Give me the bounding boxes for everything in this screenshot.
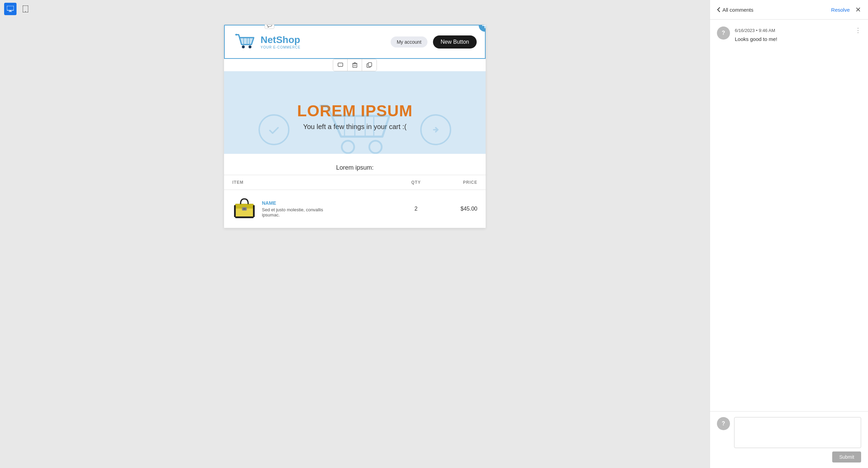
comment-more-button[interactable]: ⋮ <box>855 26 861 34</box>
hero-check-circle <box>258 114 289 145</box>
resolve-button[interactable]: Resolve <box>831 7 850 13</box>
col-item-header: ITEM <box>224 175 396 190</box>
input-user-avatar: ? <box>717 417 730 430</box>
hero-section: LOREM IPSUM You left a few things in you… <box>224 71 486 154</box>
product-description: Sed et justo molestie, convallis ipsumac… <box>262 207 331 217</box>
device-toolbar <box>0 0 710 18</box>
col-price-header: PRICE <box>436 175 486 190</box>
product-price: $45.00 <box>436 190 486 228</box>
tablet-device-btn[interactable] <box>19 3 32 15</box>
items-table: ITEM QTY PRICE <box>224 175 486 228</box>
svg-point-9 <box>248 45 251 48</box>
hero-cart-decoration <box>317 102 393 154</box>
comments-header-actions: Resolve ✕ <box>831 6 861 14</box>
svg-rect-32 <box>253 205 255 217</box>
logo-area: NetShop YOUR E-COMMERCE <box>233 32 300 51</box>
svg-point-4 <box>25 11 26 12</box>
header-actions: My account New Button <box>391 35 477 49</box>
comment-textarea[interactable] <box>734 417 861 448</box>
comments-panel: All comments Resolve ✕ ? 6/16/2023 • 9:4… <box>710 0 868 468</box>
product-qty: 2 <box>396 190 436 228</box>
logo-tagline: YOUR E-COMMERCE <box>261 45 300 49</box>
table-row: NAME Sed et justo molestie, convallis ip… <box>224 190 486 228</box>
svg-rect-20 <box>368 63 372 66</box>
svg-point-26 <box>369 141 382 153</box>
comment-avatar: ? <box>717 26 730 40</box>
comments-body: ? 6/16/2023 • 9:46 AM ⋮ Looks good to me… <box>710 20 868 411</box>
svg-rect-2 <box>9 11 12 12</box>
product-image <box>232 197 256 221</box>
lorem-section: Lorem ipsum: <box>224 154 486 175</box>
logo-name: NetShop <box>261 34 300 45</box>
comment-bubble-btn[interactable]: 💬 <box>265 25 274 29</box>
element-toolbar <box>333 59 377 71</box>
svg-point-10 <box>235 34 237 35</box>
comment-element-btn[interactable] <box>333 59 348 71</box>
product-name: NAME <box>262 200 331 206</box>
back-chevron-icon <box>717 7 720 12</box>
add-element-button[interactable] <box>479 25 486 32</box>
my-account-button[interactable]: My account <box>391 36 428 47</box>
comment-content: 6/16/2023 • 9:46 AM ⋮ Looks good to me! <box>735 26 861 42</box>
comment-date: 6/16/2023 • 9:46 AM <box>735 28 775 33</box>
hero-arrow-circle <box>420 114 451 145</box>
comment-input-wrapper: Submit <box>734 417 861 462</box>
delete-element-btn[interactable] <box>348 59 362 71</box>
back-to-all-comments[interactable]: All comments <box>717 7 753 13</box>
email-header: 💬 <box>224 25 486 59</box>
comment-text: Looks good to me! <box>735 36 861 42</box>
logo-cart-icon <box>233 32 257 51</box>
svg-rect-31 <box>234 205 236 217</box>
close-comments-button[interactable]: ✕ <box>855 6 861 14</box>
svg-rect-1 <box>9 10 11 11</box>
product-cell: NAME Sed et justo molestie, convallis ip… <box>224 190 396 228</box>
submit-comment-button[interactable]: Submit <box>832 451 861 462</box>
comment-item: ? 6/16/2023 • 9:46 AM ⋮ Looks good to me… <box>717 26 861 42</box>
col-qty-header: QTY <box>396 175 436 190</box>
email-canvas: 💬 <box>224 25 486 228</box>
comments-header: All comments Resolve ✕ <box>710 0 868 20</box>
svg-rect-14 <box>353 64 357 67</box>
desktop-device-btn[interactable] <box>4 3 17 15</box>
duplicate-element-btn[interactable] <box>362 59 377 71</box>
svg-point-8 <box>242 45 245 48</box>
canvas-area: 💬 <box>0 18 710 468</box>
comments-input-area: ? Submit <box>710 411 868 468</box>
hero-decorations <box>224 102 486 154</box>
svg-rect-33 <box>235 216 254 218</box>
svg-rect-30 <box>243 208 246 210</box>
svg-point-25 <box>342 141 354 153</box>
svg-rect-0 <box>7 6 14 10</box>
comment-meta: 6/16/2023 • 9:46 AM ⋮ <box>735 26 861 34</box>
new-button[interactable]: New Button <box>433 35 477 49</box>
logo-text: NetShop YOUR E-COMMERCE <box>261 34 300 49</box>
svg-rect-13 <box>338 63 343 66</box>
